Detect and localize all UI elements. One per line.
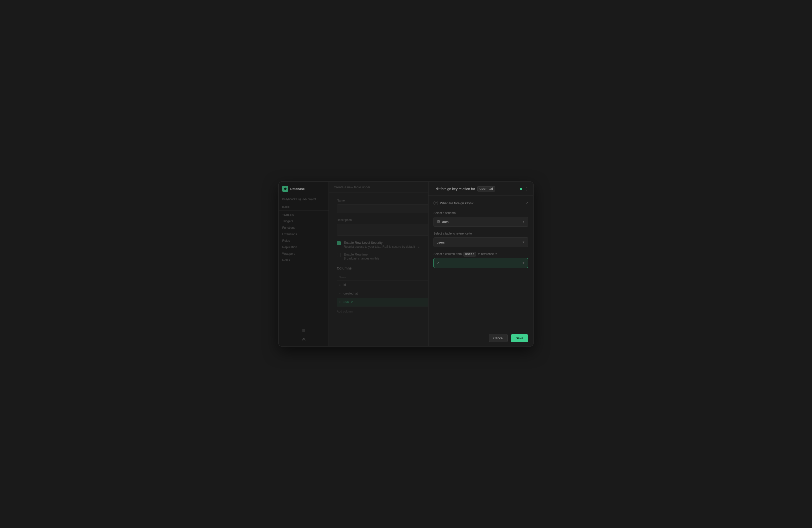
schema-select[interactable]: 🗄 auth ▼ xyxy=(434,217,528,227)
cancel-button[interactable]: Cancel xyxy=(489,334,508,342)
sidebar-item-functions[interactable]: Functions xyxy=(279,224,329,231)
panel-title: Edit foreign key relation for user_id xyxy=(434,186,495,191)
app-logo xyxy=(282,186,288,192)
column-label-suffix: to reference to xyxy=(478,252,497,256)
column-label-table: users xyxy=(464,252,476,256)
rls-desc: Restrict access to your tab... RLS is se… xyxy=(344,245,419,249)
table-select[interactable]: users ▼ xyxy=(434,237,528,247)
sidebar: Database Ballybeack Org › My project pub… xyxy=(279,182,329,346)
schema-value-display: 🗄 auth xyxy=(437,220,449,224)
panel-title-prefix: Edit foreign key relation for xyxy=(434,187,475,191)
sidebar-item-roles[interactable]: Roles xyxy=(279,257,329,264)
save-button[interactable]: Save xyxy=(511,334,528,342)
app-window: Database Ballybeack Org › My project pub… xyxy=(278,181,534,347)
panel-title-field: user_id xyxy=(477,186,495,191)
svg-rect-0 xyxy=(302,329,305,329)
table-select-arrow: ▼ xyxy=(522,240,525,244)
nav-icon-database[interactable] xyxy=(300,326,308,334)
name-column-header: Name xyxy=(339,276,346,279)
col-user-id-name: user_id xyxy=(344,300,353,304)
column-select[interactable]: id ▼ xyxy=(434,258,528,268)
drag-handle-icon: ≡ xyxy=(339,283,340,287)
schema-value-text: auth xyxy=(442,220,449,224)
sidebar-item-wrappers[interactable]: Wrappers xyxy=(279,250,329,257)
panel-more-icon[interactable]: ⋮ xyxy=(524,187,528,191)
realtime-label: Enable Realtime xyxy=(344,252,379,256)
panel-footer: Cancel Save xyxy=(429,330,533,346)
sidebar-header: Database xyxy=(279,182,329,195)
main-header-text: Create a new table under xyxy=(334,185,370,189)
column-label-prefix: Select a column from xyxy=(434,252,462,256)
sidebar-schema: public xyxy=(279,203,329,210)
table-value-text: users xyxy=(437,240,445,244)
column-label: Select a column from users to reference … xyxy=(434,252,528,256)
svg-rect-1 xyxy=(302,330,305,331)
realtime-checkbox xyxy=(337,253,341,257)
svg-point-3 xyxy=(303,338,304,339)
table-label: Select a table to reference to xyxy=(434,232,528,235)
sidebar-org: Ballybeack Org › My project xyxy=(279,195,329,203)
realtime-desc: Broadcast changes on this xyxy=(344,257,379,260)
nav-icon-user[interactable] xyxy=(300,335,308,343)
schema-field-group: Select a schema 🗄 auth ▼ xyxy=(434,211,528,227)
drag-handle-icon: ≡ xyxy=(339,292,340,295)
database-icon: 🗄 xyxy=(437,220,440,224)
panel-header-actions: ⋮ xyxy=(520,187,528,191)
sidebar-item-replication[interactable]: Replication xyxy=(279,244,329,250)
sidebar-title: Database xyxy=(290,187,305,191)
sidebar-item-rules[interactable]: Rules xyxy=(279,237,329,244)
help-label: What are foreign keys? xyxy=(440,201,474,205)
rls-checkbox xyxy=(337,241,341,245)
panel-body: ? What are foreign keys? ⤢ Select a sche… xyxy=(429,196,533,330)
table-field-group: Select a table to reference to users ▼ xyxy=(434,232,528,247)
expand-icon[interactable]: ⤢ xyxy=(525,201,528,205)
help-text-group: ? What are foreign keys? xyxy=(434,201,474,205)
table-value-display: users xyxy=(437,240,445,244)
column-field-group: Select a column from users to reference … xyxy=(434,252,528,268)
sidebar-item-extensions[interactable]: Extensions xyxy=(279,231,329,237)
col-created-at-name: created_at xyxy=(344,292,358,295)
column-value-display: id xyxy=(437,261,439,265)
column-value-text: id xyxy=(437,261,439,265)
drag-handle-icon: ≡ xyxy=(339,300,340,304)
tables-section-title: Tables xyxy=(279,210,329,218)
column-select-arrow: ▼ xyxy=(522,261,525,265)
help-icon: ? xyxy=(434,201,438,205)
help-row: ? What are foreign keys? ⤢ xyxy=(434,201,528,205)
schema-select-arrow: ▼ xyxy=(522,220,525,223)
panel-header: Edit foreign key relation for user_id ⋮ xyxy=(429,182,533,196)
col-id-name: id xyxy=(344,283,346,287)
rls-label: Enable Row Level Security xyxy=(344,241,419,245)
schema-label: Select a schema xyxy=(434,211,528,215)
svg-rect-2 xyxy=(302,331,305,332)
green-status-dot xyxy=(520,188,522,190)
foreign-key-panel: Edit foreign key relation for user_id ⋮ … xyxy=(428,182,533,346)
sidebar-item-triggers[interactable]: Triggers xyxy=(279,218,329,224)
